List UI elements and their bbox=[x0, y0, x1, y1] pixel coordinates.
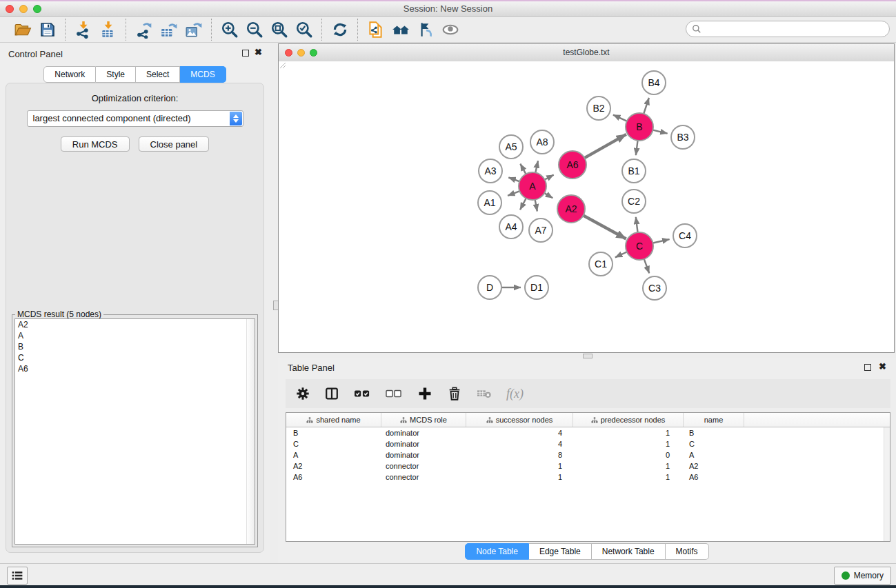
table-cell[interactable]: A bbox=[286, 451, 381, 459]
graph-edge[interactable] bbox=[508, 177, 520, 181]
table-cell[interactable]: A6 bbox=[684, 473, 744, 481]
mcds-result-item[interactable]: A6 bbox=[15, 363, 255, 374]
graph-edge[interactable] bbox=[636, 140, 638, 155]
deselect-all-checkboxes-icon[interactable] bbox=[385, 386, 403, 401]
graph-edge[interactable] bbox=[535, 199, 537, 212]
zoom-fit-icon[interactable] bbox=[270, 21, 288, 39]
graph-edge[interactable] bbox=[583, 215, 626, 239]
column-header-name[interactable]: name bbox=[684, 413, 744, 427]
table-cell[interactable]: A6 bbox=[286, 473, 381, 481]
table-cell[interactable]: 1 bbox=[466, 473, 573, 481]
memory-button[interactable]: Memory bbox=[834, 567, 891, 585]
table-row[interactable]: Cdominator41C bbox=[286, 438, 890, 449]
close-panel-icon[interactable]: ✖ bbox=[255, 47, 262, 58]
network-canvas[interactable]: B4B2BB3A5A8A6B1A3AC2A1A2A4A7C4CC1DD1C3 bbox=[279, 61, 894, 352]
search-box[interactable] bbox=[686, 21, 890, 37]
table-cell[interactable]: B bbox=[286, 429, 381, 437]
tab-motifs[interactable]: Motifs bbox=[666, 543, 709, 560]
table-cell[interactable]: 0 bbox=[573, 451, 684, 459]
tab-network-table[interactable]: Network Table bbox=[592, 543, 666, 560]
table-cell[interactable]: dominator bbox=[381, 440, 466, 448]
mcds-result-item[interactable]: C bbox=[15, 352, 255, 363]
table-cell[interactable]: 1 bbox=[573, 429, 684, 437]
column-header-shared-name[interactable]: shared name bbox=[286, 413, 381, 427]
show-column-icon[interactable] bbox=[324, 386, 339, 401]
save-session-icon[interactable] bbox=[39, 21, 57, 39]
graph-edge[interactable] bbox=[520, 164, 526, 175]
tab-edge-table[interactable]: Edge Table bbox=[529, 543, 592, 560]
column-header-predecessor-nodes[interactable]: predecessor nodes bbox=[573, 413, 684, 427]
mcds-result-item[interactable]: A2 bbox=[15, 319, 255, 330]
graph-edge[interactable] bbox=[653, 239, 670, 243]
resize-corner-icon[interactable] bbox=[279, 61, 286, 69]
tab-node-table[interactable]: Node Table bbox=[465, 543, 529, 560]
close-table-panel-icon[interactable]: ✖ bbox=[879, 361, 886, 372]
export-network-icon[interactable] bbox=[135, 21, 153, 39]
table-row[interactable]: A6connector11A6 bbox=[286, 472, 890, 483]
graph-edge[interactable] bbox=[613, 115, 628, 122]
export-image-icon[interactable] bbox=[185, 21, 203, 39]
import-table-icon[interactable] bbox=[99, 21, 117, 39]
settings-gear-icon[interactable] bbox=[295, 386, 310, 401]
delete-column-icon[interactable] bbox=[447, 385, 462, 402]
table-cell[interactable]: 4 bbox=[466, 440, 573, 448]
network-graph[interactable]: B4B2BB3A5A8A6B1A3AC2A1A2A4A7C4CC1DD1C3 bbox=[279, 61, 894, 352]
tab-network[interactable]: Network bbox=[43, 66, 96, 83]
mcds-result-item[interactable]: A bbox=[15, 330, 255, 341]
function-builder-icon[interactable]: f(x) bbox=[506, 387, 524, 401]
export-table-icon[interactable] bbox=[160, 21, 178, 39]
table-cell[interactable]: 1 bbox=[573, 462, 684, 470]
graph-edge[interactable] bbox=[544, 175, 554, 180]
table-row[interactable]: A2connector11A2 bbox=[286, 460, 890, 472]
graph-edge[interactable] bbox=[544, 193, 552, 199]
mcds-result-item[interactable]: B bbox=[15, 341, 255, 352]
graph-edge[interactable] bbox=[584, 134, 626, 159]
graph-edge[interactable] bbox=[652, 130, 667, 133]
show-all-icon[interactable] bbox=[441, 21, 459, 39]
tab-select[interactable]: Select bbox=[136, 66, 180, 83]
column-header-MCDS-role[interactable]: MCDS role bbox=[381, 413, 466, 427]
table-cell[interactable]: C bbox=[286, 440, 381, 448]
graph-edge[interactable] bbox=[636, 217, 638, 233]
zoom-in-icon[interactable] bbox=[221, 21, 239, 39]
graph-edge[interactable] bbox=[615, 252, 628, 257]
column-header-successor-nodes[interactable]: successor nodes bbox=[466, 413, 573, 427]
first-neighbors-icon[interactable] bbox=[392, 21, 410, 39]
listbox-scrollbar[interactable] bbox=[246, 319, 255, 544]
task-history-button[interactable] bbox=[7, 567, 28, 585]
float-panel-icon[interactable] bbox=[242, 50, 249, 57]
import-network-icon[interactable] bbox=[74, 21, 92, 39]
graph-edge[interactable] bbox=[508, 191, 520, 196]
delete-table-icon[interactable] bbox=[476, 387, 492, 401]
tab-style[interactable]: Style bbox=[96, 66, 136, 83]
table-cell[interactable]: 1 bbox=[466, 462, 573, 470]
hide-selection-icon[interactable] bbox=[417, 21, 435, 39]
graph-edge[interactable] bbox=[644, 258, 649, 273]
table-cell[interactable]: C bbox=[684, 440, 744, 448]
close-panel-button[interactable]: Close panel bbox=[139, 136, 210, 152]
table-cell[interactable]: 1 bbox=[573, 440, 684, 448]
zoom-selected-icon[interactable] bbox=[295, 21, 313, 39]
criterion-dropdown[interactable]: largest connected component (directed) bbox=[27, 110, 243, 127]
select-all-checkboxes-icon[interactable] bbox=[353, 386, 371, 401]
node-table[interactable]: shared nameMCDS rolesuccessor nodesprede… bbox=[286, 412, 890, 542]
table-cell[interactable]: A2 bbox=[286, 462, 381, 470]
table-cell[interactable]: 8 bbox=[466, 451, 573, 459]
search-input[interactable] bbox=[701, 23, 889, 34]
table-row[interactable]: Bdominator41B bbox=[286, 427, 890, 438]
table-cell[interactable]: dominator bbox=[381, 451, 466, 459]
new-network-from-selection-icon[interactable] bbox=[367, 21, 385, 39]
table-cell[interactable]: 1 bbox=[573, 473, 684, 481]
table-cell[interactable]: B bbox=[684, 429, 744, 437]
mcds-result-list[interactable]: A2ABCA6 bbox=[14, 318, 255, 545]
graph-edge[interactable] bbox=[644, 98, 649, 114]
table-scrollbar[interactable] bbox=[884, 427, 890, 541]
zoom-out-icon[interactable] bbox=[246, 21, 263, 39]
graph-edge[interactable] bbox=[535, 161, 538, 173]
run-mcds-button[interactable]: Run MCDS bbox=[61, 136, 130, 152]
open-file-icon[interactable] bbox=[14, 21, 32, 39]
horizontal-split-handle[interactable] bbox=[583, 354, 593, 358]
float-table-panel-icon[interactable] bbox=[864, 364, 871, 371]
table-row[interactable]: Adominator80A bbox=[286, 449, 890, 460]
table-cell[interactable]: connector bbox=[381, 462, 466, 470]
